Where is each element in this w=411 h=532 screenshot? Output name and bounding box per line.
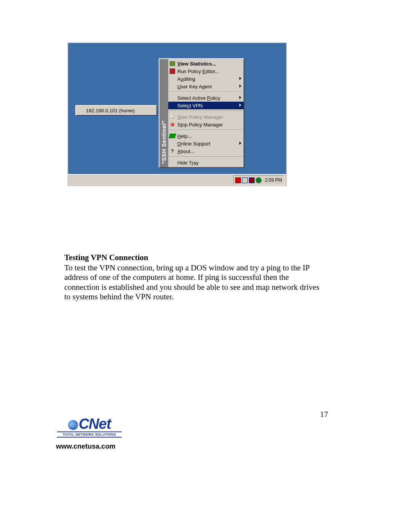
menu-item-hide-tray[interactable]: Hide Tray <box>168 159 244 166</box>
submenu-arrow-icon <box>239 96 241 99</box>
menu-item-label: About... <box>177 149 194 154</box>
circle-red-icon <box>169 121 176 128</box>
menu-gutter-label: "SSH Sentinel" <box>161 120 167 164</box>
submenu-arrow-icon <box>239 104 241 107</box>
menu-item-label: Select Active Policy <box>177 95 220 101</box>
menu-separator <box>169 130 243 131</box>
vpn-submenu-item[interactable]: 192.168.0.101 (home) <box>76 106 139 115</box>
menu-item-label: Auditing <box>177 76 195 82</box>
circle-gray-icon <box>169 114 176 120</box>
cnet-logo: CNet <box>68 416 111 432</box>
menu-item-view-statistics[interactable]: View Statistics... <box>168 60 244 67</box>
section-heading: Testing VPN Connection <box>64 253 323 262</box>
menu-item-label: User Key Agent <box>177 84 212 89</box>
taskbar-clock: 2:09 PM <box>265 177 282 183</box>
menu-item-label: Select VPN <box>177 103 203 109</box>
menu-separator <box>169 111 243 112</box>
vpn-submenu-item-label: 192.168.0.101 (home) <box>86 108 135 113</box>
menu-item-stop-policy-manager[interactable]: Stop Policy Manager <box>168 121 244 128</box>
tray-app-icon[interactable] <box>242 177 248 183</box>
menu-item-select-vpn[interactable]: Select VPN <box>168 102 244 109</box>
submenu-arrow-icon <box>239 77 241 80</box>
footer-logo: CNet TOTAL NETWORK SOLUTIONS <box>57 416 122 438</box>
system-tray: 2:09 PM <box>233 175 285 185</box>
menu-separator <box>169 157 243 157</box>
book-icon <box>169 133 176 139</box>
tray-app-icon[interactable] <box>249 177 255 183</box>
windows-desktop-screenshot: 192.168.0.101 (home) "SSH Sentinel" View… <box>68 43 287 186</box>
menu-item-label: Hide Tray <box>177 160 199 166</box>
question-icon: ? <box>169 148 176 154</box>
tray-context-menu: "SSH Sentinel" View Statistics... Run Po… <box>159 58 244 168</box>
menu-item-start-policy-manager: Start Policy Manager <box>168 113 244 121</box>
menu-item-about[interactable]: ? About... <box>168 147 244 155</box>
menu-item-label: Start Policy Manager <box>177 114 223 120</box>
menu-item-label: Run Policy Editor... <box>177 69 219 74</box>
menu-item-select-active-policy[interactable]: Select Active Policy <box>168 94 244 102</box>
menu-item-label: Stop Policy Manager <box>177 122 223 128</box>
menu-gutter: "SSH Sentinel" <box>159 59 168 167</box>
document-body-text: Testing VPN Connection To test the VPN c… <box>64 253 323 302</box>
menu-items: View Statistics... Run Policy Editor... … <box>168 59 244 167</box>
menu-item-auditing[interactable]: Auditing <box>168 75 244 83</box>
logo-text: CNet <box>79 416 111 432</box>
tray-app-icon[interactable] <box>256 177 261 183</box>
menu-item-user-key-agent[interactable]: User Key Agent <box>168 83 244 90</box>
menu-item-label: Help... <box>177 133 192 139</box>
editor-icon <box>169 68 176 74</box>
menu-separator <box>169 92 243 93</box>
globe-icon <box>68 420 78 430</box>
submenu-arrow-icon <box>239 85 241 88</box>
section-paragraph: To test the VPN connection, bring up a D… <box>64 263 323 302</box>
windows-taskbar: 2:09 PM <box>68 174 286 185</box>
statistics-icon <box>169 61 176 67</box>
submenu-arrow-icon <box>239 142 241 145</box>
vpn-submenu: 192.168.0.101 (home) <box>75 105 157 116</box>
menu-item-label: Online Support <box>177 141 210 147</box>
menu-item-label: View Statistics... <box>177 61 216 67</box>
document-page: 192.168.0.101 (home) "SSH Sentinel" View… <box>0 0 411 532</box>
menu-item-run-policy-editor[interactable]: Run Policy Editor... <box>168 67 244 75</box>
page-number: 17 <box>320 410 328 419</box>
footer-url: www.cnetusa.com <box>56 443 115 451</box>
logo-tagline: TOTAL NETWORK SOLUTIONS <box>57 431 122 438</box>
tray-app-icon[interactable] <box>235 177 241 183</box>
menu-item-online-support[interactable]: Online Support <box>168 140 244 147</box>
menu-item-help[interactable]: Help... <box>168 132 244 140</box>
